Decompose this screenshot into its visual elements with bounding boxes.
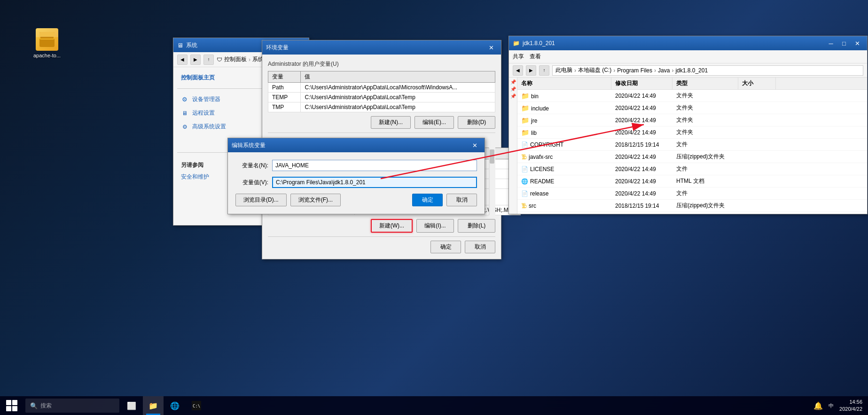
nav-forward[interactable]: ▶ [190,55,201,65]
col-type-header: 类型 [673,78,738,89]
taskbar-language[interactable]: 中 [829,402,834,409]
env-title-text: 环境变量 [266,44,289,52]
toolbar-share[interactable]: 共享 [513,53,524,61]
apache-icon-label: apache-to... [33,53,61,58]
edit-dialog: 编辑系统变量 ✕ 变量名(N): 变量值(V): 浏览目录(D)... 浏览文件… [227,138,485,214]
explorer-window: 📁 jdk1.8.0_201 ─ □ ✕ 共享 查看 ◀ ▶ ↑ 此电脑 › 本… [508,36,868,214]
user-var-row-2[interactable]: TMP C:\Users\Administrator\AppData\Local… [268,102,495,112]
file-item-bin[interactable]: 📁bin 2020/4/22 14:49 文件夹 [517,90,867,102]
edit-close-btn[interactable]: ✕ [469,141,481,150]
taskbar: 🔍 搜索 ⬜ 📁 🌐 C:\ 🔔 中 14:56 2020/4/22 [0,396,868,415]
col-var-header: 变量 [268,71,301,83]
var-val-label: 变量值(V): [235,179,268,187]
file-list: 名称 修改日期 类型 大小 📁bin 2020/4/22 14:49 文件夹 📁… [517,78,867,214]
taskbar-item-taskview[interactable]: ⬜ [121,396,142,415]
file-item-readme[interactable]: 🌐README 2020/4/22 14:49 HTML 文档 [517,175,867,188]
explorer-title-icon: 📁 [513,40,520,47]
browse-file-btn[interactable]: 浏览文件(F)... [290,194,341,206]
start-button[interactable] [0,396,23,415]
taskbar-item-cmd[interactable]: C:\ [186,396,207,415]
address-path[interactable]: 此电脑 › 本地磁盘 (C:) › Program Files › Java ›… [552,65,863,76]
explorer-titlebar: 📁 jdk1.8.0_201 ─ □ ✕ [509,36,867,50]
browse-dir-btn[interactable]: 浏览目录(D)... [235,194,287,206]
advanced-icon: ⚙ [181,123,188,131]
nav-back[interactable]: ◀ [177,55,188,65]
env-ok-btn[interactable]: 确定 [430,241,461,253]
dialog-ok-btn[interactable]: 确定 [412,194,443,206]
explorer-maximize-btn[interactable]: □ [838,39,850,48]
explorer-minimize-btn[interactable]: ─ [825,39,837,48]
nav-up[interactable]: ↑ [203,55,214,65]
file-list-header: 名称 修改日期 类型 大小 [517,78,867,90]
path-jdk: jdk1.8.0_201 [675,67,708,74]
user-vars-table: 变量 值 Path C:\Users\Administrator\AppData… [268,71,495,112]
desktop-icon-apache[interactable]: apache-to... [28,28,66,58]
env-titlebar: 环境变量 ✕ [262,40,501,55]
user-var-name-1: TEMP [268,93,301,102]
device-manager-label: 设备管理器 [192,95,220,103]
user-edit-btn[interactable]: 编辑(E)... [414,116,454,129]
file-item-lib[interactable]: 📁lib 2020/4/22 14:49 文件夹 [517,126,867,139]
env-cancel-btn[interactable]: 取消 [465,241,495,253]
sep1: › [574,67,576,74]
sys-new-btn[interactable]: 新建(W)... [371,219,413,233]
sep2: › [613,67,615,74]
path-pf: Program Files [617,67,652,74]
nav-back-exp[interactable]: ◀ [513,65,523,76]
file-item-jre[interactable]: 📁jre 2020/4/22 14:49 文件夹 [517,114,867,126]
file-item-copyright[interactable]: 📄COPYRIGHT 2018/12/15 19:14 文件 [517,139,867,151]
cmd-icon: C:\ [191,400,202,411]
user-var-row-0[interactable]: Path C:\Users\Administrator\AppData\Loca… [268,83,495,93]
var-val-input[interactable] [272,177,477,188]
svg-rect-2 [40,37,54,39]
var-name-input[interactable] [272,160,477,171]
nav-up-exp[interactable]: ↑ [539,65,549,76]
pin-icon-3[interactable]: 📌 [510,94,516,99]
explorer-icon: 📁 [148,400,159,411]
col-size-header: 大小 [738,78,776,89]
nav-path-text: 控制面板 [224,55,247,63]
file-item-thirdparty[interactable]: 📄THIRDPARTYLICENSEREADME 2020/4/22 14:49… [517,212,867,214]
env-close-btn[interactable]: ✕ [485,43,497,52]
clock-time: 14:56 [839,399,862,406]
edit-title-text: 编辑系统变量 [232,141,266,149]
toolbar-view[interactable]: 查看 [530,53,541,61]
dialog-cancel-btn[interactable]: 取消 [446,194,477,206]
system-title-icon: 🖥 [177,42,183,49]
taskbar-item-explorer[interactable]: 📁 [143,396,164,415]
file-item-license[interactable]: 📄LICENSE 2020/4/22 14:49 文件 [517,163,867,175]
file-item-include[interactable]: 📁include 2020/4/22 14:49 文件夹 [517,102,867,114]
user-var-row-1[interactable]: TEMP C:\Users\Administrator\AppData\Loca… [268,93,495,102]
taskbar-notification[interactable]: 🔔 [813,401,823,410]
nav-forward-exp[interactable]: ▶ [526,65,536,76]
nav-separator: › [249,56,250,63]
sys-delete-btn[interactable]: 删除(L) [458,219,495,233]
file-item-release[interactable]: 📄release 2020/4/22 14:49 文件 [517,188,867,200]
nav-path: 🛡 控制面板 › 系统 [217,55,264,63]
file-item-src[interactable]: 🗜src 2018/12/15 19:14 压缩(zipped)文件夹 [517,200,867,212]
sys-edit-btn[interactable]: 编辑(I)... [416,219,454,233]
user-new-btn[interactable]: 新建(N)... [371,116,411,129]
path-c: 本地磁盘 (C:) [578,66,611,74]
apache-icon [36,28,58,51]
edit-titlebar: 编辑系统变量 ✕ [228,138,485,152]
col-name-header: 名称 [517,78,611,89]
path-java: Java [658,67,670,74]
sep4: › [672,67,673,74]
search-placeholder: 搜索 [40,402,52,410]
path-pc: 此电脑 [555,66,572,74]
taskbar-item-chrome[interactable]: 🌐 [164,396,185,415]
advanced-label: 高级系统设置 [192,123,226,131]
system-title-text: 系统 [186,41,197,49]
clock[interactable]: 14:56 2020/4/22 [839,399,862,413]
explorer-close-btn[interactable]: ✕ [851,39,863,48]
user-delete-btn[interactable]: 删除(D) [458,116,495,129]
user-var-name-2: TMP [268,102,301,112]
pin-icon-1[interactable]: 📌 [510,79,516,85]
remote-icon: 🖥 [181,110,188,117]
user-var-val-2: C:\Users\Administrator\AppData\Local\Tem… [301,102,495,112]
search-bar[interactable]: 🔍 搜索 [25,399,119,413]
file-item-javafx-src[interactable]: 🗜javafx-src 2020/4/22 14:49 压缩(zipped)文件… [517,151,867,163]
pin-icon-2[interactable]: 📌 [510,86,516,92]
remote-label: 远程设置 [192,109,215,117]
